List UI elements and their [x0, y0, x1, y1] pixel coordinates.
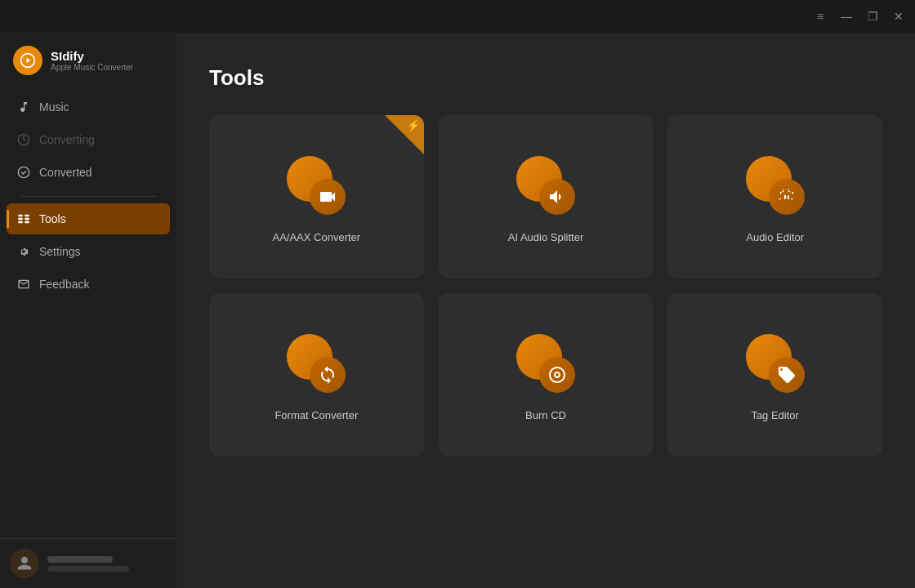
minimize-button[interactable]: — — [840, 10, 853, 23]
sidebar-item-converted[interactable]: Converted — [7, 157, 170, 188]
sidebar-divider — [20, 196, 157, 197]
converting-icon — [16, 132, 31, 147]
app-name: SIdify — [51, 49, 133, 63]
feedback-label: Feedback — [39, 278, 89, 291]
audio-splitter-icon — [547, 187, 567, 207]
tool-icon-format-converter — [287, 334, 346, 393]
tool-label-ai-audio-splitter: AI Audio Splitter — [508, 231, 584, 243]
tool-label-burn-cd: Burn CD — [525, 409, 566, 421]
format-converter-icon — [318, 365, 337, 385]
tool-card-format-converter[interactable]: Format Converter — [209, 293, 424, 457]
tool-card-tag-editor[interactable]: Tag Editor — [667, 293, 882, 457]
tool-label-tag-editor: Tag Editor — [751, 409, 799, 421]
tool-icon-audio-editor — [746, 156, 805, 215]
main-content: Tools ⚡ AA/AAX Converter — [176, 33, 915, 588]
converted-icon — [16, 165, 31, 180]
user-avatar — [10, 549, 39, 578]
audio-editor-icon — [777, 187, 797, 207]
tools-icon — [16, 212, 31, 226]
svg-rect-4 — [18, 218, 22, 220]
sidebar-item-music[interactable]: Music — [7, 91, 170, 122]
tool-card-audio-editor[interactable]: Audio Editor — [667, 115, 882, 278]
svg-rect-7 — [18, 221, 22, 224]
tool-card-ai-audio-splitter[interactable]: AI Audio Splitter — [439, 115, 654, 278]
user-name — [47, 556, 113, 563]
app-logo: SIdify Apple Music Converter — [0, 46, 176, 91]
svg-rect-8 — [25, 221, 29, 224]
tools-label: Tools — [39, 212, 66, 225]
sidebar-item-converting: Converting — [7, 124, 170, 155]
maximize-button[interactable]: ❐ — [866, 10, 879, 23]
svg-rect-3 — [18, 215, 22, 217]
logo-svg — [20, 52, 36, 69]
settings-icon — [16, 244, 31, 259]
user-panel[interactable] — [0, 538, 176, 588]
close-button[interactable]: ✕ — [892, 10, 905, 23]
app-subtitle: Apple Music Converter — [51, 63, 133, 72]
converted-label: Converted — [39, 166, 92, 179]
tool-icon-burn-cd — [516, 334, 575, 393]
tool-label-audio-editor: Audio Editor — [746, 231, 804, 243]
tool-label-aa-aax: AA/AAX Converter — [273, 231, 361, 243]
logo-text: SIdify Apple Music Converter — [51, 49, 133, 72]
user-info — [47, 556, 129, 572]
sidebar-item-feedback[interactable]: Feedback — [7, 269, 170, 300]
tool-icon-ai-splitter — [516, 156, 575, 215]
music-icon — [16, 100, 31, 114]
tag-editor-icon — [777, 365, 797, 385]
avatar-icon — [16, 555, 33, 572]
tools-grid: ⚡ AA/AAX Converter — [209, 115, 882, 457]
menu-button[interactable]: ≡ — [814, 10, 827, 23]
burn-cd-icon — [547, 365, 567, 385]
titlebar: ≡ — ❐ ✕ — [0, 0, 915, 33]
window-controls: ≡ — ❐ ✕ — [814, 10, 905, 23]
sidebar-item-settings[interactable]: Settings — [7, 236, 170, 267]
tool-card-aa-aax[interactable]: ⚡ AA/AAX Converter — [209, 115, 424, 278]
sidebar-item-tools[interactable]: Tools — [7, 203, 170, 234]
tool-card-burn-cd[interactable]: Burn CD — [439, 293, 654, 457]
svg-rect-6 — [25, 218, 29, 220]
tool-label-format-converter: Format Converter — [274, 409, 358, 421]
sidebar: SIdify Apple Music Converter Music Conve… — [0, 33, 176, 588]
video-convert-icon — [318, 187, 337, 207]
svg-rect-5 — [25, 215, 29, 217]
tool-icon-tag-editor — [746, 334, 805, 393]
converting-label: Converting — [39, 133, 95, 146]
new-badge: ⚡ — [385, 115, 424, 154]
tool-icon-aa-aax — [287, 156, 346, 215]
feedback-icon — [16, 277, 31, 292]
badge-icon: ⚡ — [407, 119, 420, 131]
user-email — [47, 566, 129, 572]
page-title: Tools — [209, 65, 882, 91]
svg-point-2 — [18, 167, 29, 177]
logo-icon — [13, 46, 42, 75]
sidebar-nav: Music Converting Converted — [0, 91, 176, 538]
app-body: SIdify Apple Music Converter Music Conve… — [0, 33, 915, 588]
settings-label: Settings — [39, 245, 81, 258]
music-label: Music — [39, 100, 69, 114]
